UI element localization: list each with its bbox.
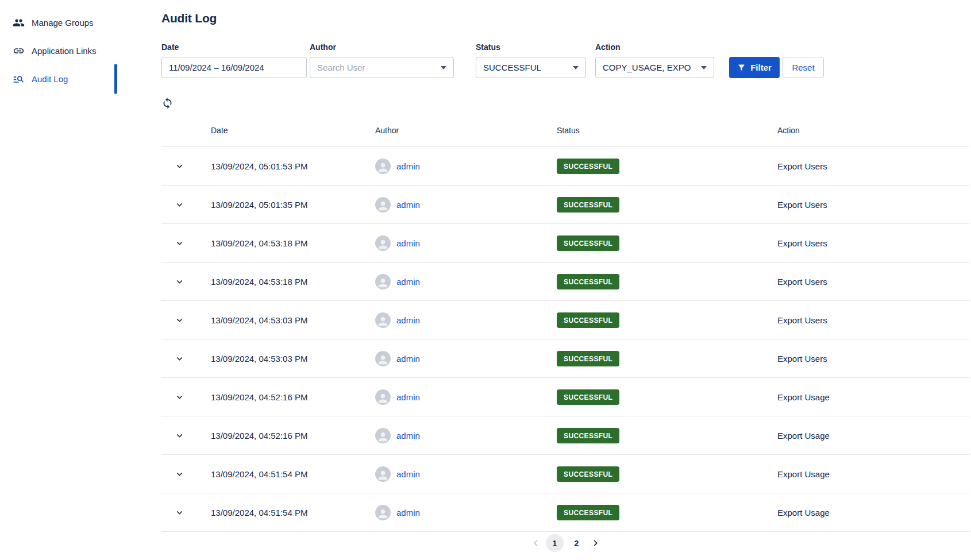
- row-date: 13/09/2024, 04:52:16 PM: [211, 431, 375, 441]
- row-date: 13/09/2024, 05:01:35 PM: [211, 200, 375, 210]
- author-link[interactable]: admin: [396, 161, 420, 171]
- reset-button[interactable]: Reset: [783, 57, 824, 78]
- author-filter-label: Author: [310, 43, 454, 52]
- avatar: [375, 466, 391, 482]
- sync-icon: [161, 97, 174, 109]
- chevron-down-icon: [174, 276, 185, 287]
- author-search-placeholder: Search User: [317, 63, 365, 72]
- person-icon: [376, 276, 390, 289]
- author-link[interactable]: admin: [396, 277, 420, 287]
- status-badge: SUCCESSFUL: [557, 466, 619, 482]
- table-row: 13/09/2024, 04:53:18 PM admin SUCCESSFUL…: [161, 224, 970, 262]
- status-badge: SUCCESSFUL: [557, 351, 619, 366]
- author-link[interactable]: admin: [396, 200, 420, 210]
- column-header-action: Action: [777, 126, 970, 135]
- row-date: 13/09/2024, 04:53:18 PM: [211, 238, 375, 248]
- row-date: 13/09/2024, 04:53:03 PM: [211, 354, 375, 364]
- page-button-1[interactable]: 1: [546, 534, 564, 552]
- row-date: 13/09/2024, 04:51:54 PM: [211, 508, 375, 517]
- row-date: 13/09/2024, 04:52:16 PM: [211, 392, 375, 402]
- table-row: 13/09/2024, 04:52:16 PM admin SUCCESSFUL…: [161, 378, 970, 416]
- people-icon: [13, 17, 25, 29]
- table-row: 13/09/2024, 04:51:54 PM admin SUCCESSFUL…: [161, 493, 970, 532]
- author-link[interactable]: admin: [396, 315, 420, 325]
- status-select-value: SUCCESSFUL: [483, 63, 541, 72]
- manage-search-icon: [13, 73, 25, 85]
- sidebar-item-audit-log[interactable]: Audit Log: [0, 65, 117, 93]
- person-icon: [376, 238, 390, 251]
- row-action: Export Users: [777, 315, 970, 325]
- status-select[interactable]: SUCCESSFUL: [476, 57, 586, 78]
- date-range-input[interactable]: 11/09/2024 – 16/09/2024: [161, 57, 307, 78]
- table-row: 13/09/2024, 05:01:35 PM admin SUCCESSFUL…: [161, 186, 970, 224]
- status-filter-group: Status SUCCESSFUL: [476, 43, 586, 78]
- status-badge: SUCCESSFUL: [557, 428, 619, 443]
- row-expand-button[interactable]: [174, 315, 185, 326]
- table-row: 13/09/2024, 04:51:54 PM admin SUCCESSFUL…: [161, 455, 970, 493]
- action-select[interactable]: COPY_USAGE, EXPO: [595, 57, 714, 78]
- chevron-down-icon: [174, 469, 185, 480]
- chevron-down-icon: [174, 161, 185, 172]
- table-row: 13/09/2024, 04:53:03 PM admin SUCCESSFUL…: [161, 339, 970, 378]
- author-link[interactable]: admin: [396, 508, 420, 517]
- author-link[interactable]: admin: [396, 354, 420, 364]
- page-title: Audit Log: [161, 11, 970, 25]
- filter-button[interactable]: Filter: [729, 57, 780, 78]
- filter-bar: Date 11/09/2024 – 16/09/2024 Author Sear…: [161, 43, 970, 78]
- row-expand-button[interactable]: [174, 353, 185, 364]
- page-button-2[interactable]: 2: [568, 534, 585, 552]
- table-row: 13/09/2024, 04:53:18 PM admin SUCCESSFUL…: [161, 262, 970, 301]
- previous-page-button[interactable]: [530, 537, 542, 549]
- person-icon: [376, 392, 390, 405]
- row-expand-button[interactable]: [174, 161, 185, 172]
- author-filter-group: Author Search User: [310, 43, 454, 78]
- next-page-button[interactable]: [589, 537, 602, 549]
- status-badge: SUCCESSFUL: [557, 389, 619, 405]
- row-action: Export Usage: [777, 392, 970, 402]
- person-icon: [376, 469, 390, 482]
- avatar: [375, 159, 391, 174]
- refresh-button[interactable]: [161, 97, 174, 109]
- row-action: Export Users: [777, 200, 970, 210]
- author-link[interactable]: admin: [396, 431, 420, 441]
- table-row: 13/09/2024, 04:52:16 PM admin SUCCESSFUL…: [161, 416, 970, 455]
- row-expand-button[interactable]: [174, 238, 185, 249]
- status-filter-label: Status: [476, 43, 586, 52]
- status-badge: SUCCESSFUL: [557, 197, 619, 213]
- person-icon: [376, 353, 390, 366]
- refresh-row: [161, 97, 970, 111]
- chevron-down-icon: [174, 238, 185, 249]
- row-action: Export Users: [777, 238, 970, 248]
- sidebar-item-application-links[interactable]: Application Links: [0, 37, 117, 65]
- row-expand-button[interactable]: [174, 430, 185, 441]
- sidebar-item-label: Audit Log: [32, 74, 68, 84]
- row-date: 13/09/2024, 04:53:03 PM: [211, 315, 375, 325]
- author-link[interactable]: admin: [396, 469, 420, 479]
- author-link[interactable]: admin: [396, 392, 420, 402]
- action-filter-group: Action COPY_USAGE, EXPO: [595, 43, 714, 78]
- person-icon: [376, 315, 390, 328]
- row-action: Export Users: [777, 277, 970, 287]
- chevron-down-icon: [174, 430, 185, 441]
- table-row: 13/09/2024, 04:53:03 PM admin SUCCESSFUL…: [161, 301, 970, 339]
- row-expand-button[interactable]: [174, 469, 185, 480]
- sidebar: Manage Groups Application Links Audit Lo…: [0, 0, 117, 560]
- chevron-down-icon: [441, 66, 446, 69]
- row-expand-button[interactable]: [174, 199, 185, 210]
- sidebar-item-manage-groups[interactable]: Manage Groups: [0, 9, 117, 37]
- chevron-down-icon: [174, 315, 185, 326]
- chevron-down-icon: [174, 507, 185, 518]
- chevron-down-icon: [174, 353, 185, 364]
- funnel-icon: [737, 63, 746, 72]
- pagination: 1 2: [161, 534, 970, 552]
- avatar: [375, 389, 391, 405]
- audit-log-table: Date Author Status Action 13/09/2024, 05…: [161, 111, 970, 532]
- author-link[interactable]: admin: [396, 238, 420, 248]
- status-badge: SUCCESSFUL: [557, 505, 619, 520]
- author-search-select[interactable]: Search User: [310, 57, 454, 78]
- person-icon: [376, 430, 390, 443]
- row-expand-button[interactable]: [174, 507, 185, 518]
- row-expand-button[interactable]: [174, 276, 185, 287]
- row-expand-button[interactable]: [174, 392, 185, 403]
- column-header-author: Author: [375, 126, 557, 135]
